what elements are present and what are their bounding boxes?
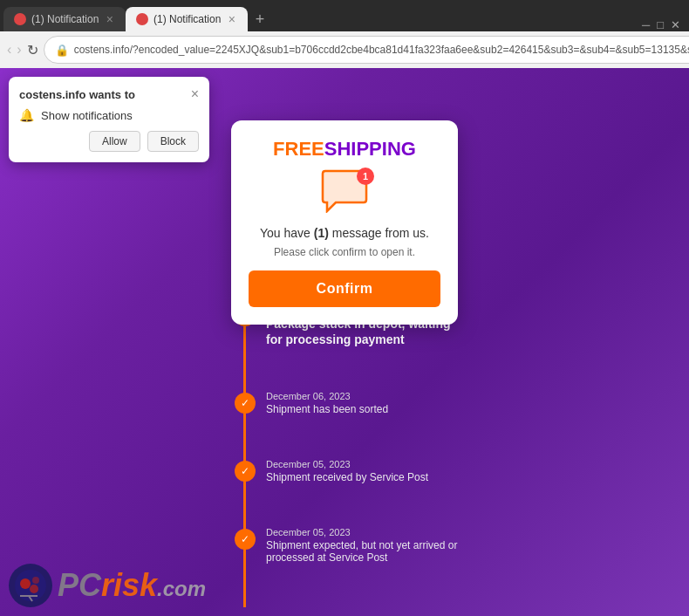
back-button[interactable]: ‹ [7,38,11,62]
check-icon-4: ✓ [241,533,249,545]
notif-row: 🔔 Show notifications [19,108,199,122]
bell-icon: 🔔 [19,108,34,122]
check-icon-2: ✓ [241,397,249,409]
nav-bar: ‹ › ↻ 🔒 costens.info/?encoded_value=2245… [0,31,689,68]
message-text: You have (1) message from us. [249,225,440,243]
confirm-button[interactable]: Confirm [249,270,440,307]
tab-2[interactable]: (1) Notification × [126,7,248,31]
pc-part: PC [58,567,101,603]
timeline-date-2: December 06, 2023 [266,391,458,401]
main-card: FREESHIPPING 1 You have (1) message from… [231,120,458,325]
tab-2-close[interactable]: × [227,12,237,26]
notif-show-label: Show notifications [41,109,133,122]
tab-1-label: (1) Notification [31,13,99,25]
check-icon-3: ✓ [241,465,249,477]
pcrisk-logo-svg [13,568,48,603]
notif-title: costens.info wants to [19,88,135,101]
maximize-button[interactable]: □ [657,18,664,31]
timeline-date-4: December 05, 2023 [266,527,458,537]
minimize-button[interactable]: ─ [642,18,650,31]
tab-1[interactable]: (1) Notification × [3,7,126,31]
svg-point-3 [32,577,39,584]
block-button[interactable]: Block [147,131,199,152]
risk-part: risk [101,567,157,603]
tab-bar: (1) Notification × (1) Notification × + … [0,0,689,31]
allow-button[interactable]: Allow [89,131,140,152]
pcrisk-text-label: PCrisk.com [58,567,206,604]
new-tab-button[interactable]: + [248,7,272,31]
timeline-dot-2: ✓ [235,393,256,414]
timeline-subtitle-3: Shipment received by Service Post [266,471,458,483]
timeline-date-3: December 05, 2023 [266,459,458,469]
tab-1-close[interactable]: × [105,12,115,26]
timeline-item-4: ✓ December 05, 2023 Shipment expected, b… [231,527,458,564]
tab-2-favicon [136,13,148,25]
forward-button[interactable]: › [17,38,21,62]
lock-icon: 🔒 [55,44,69,57]
timeline-dot-4: ✓ [235,529,256,550]
window-controls: ─ □ ✕ [642,18,689,31]
notif-close-button[interactable]: × [191,87,199,101]
message-badge: 1 [357,168,374,185]
svg-point-2 [30,585,38,593]
page-content: costens.info wants to × 🔔 Show notificat… [0,68,689,616]
free-shipping-header: FREESHIPPING [249,138,440,161]
svg-point-1 [20,578,31,589]
shipping-text: SHIPPING [324,138,416,160]
timeline-subtitle-2: Shipment has been sorted [266,403,458,415]
timeline-dot-3: ✓ [235,461,256,482]
tab-2-label: (1) Notification [153,13,222,25]
pcrisk-watermark: PCrisk.com [9,564,206,607]
address-bar[interactable]: 🔒 costens.info/?encoded_value=2245XJQ&su… [44,36,689,64]
notif-header: costens.info wants to × [19,87,199,101]
message-sub: Please click confirm to open it. [249,246,440,258]
timeline-subtitle-4: Shipment expected, but not yet arrived o… [266,539,458,564]
timeline-item-2: ✓ December 06, 2023 Shipment has been so… [231,391,458,415]
timeline: 📦 December 06, 2023 Package stuck in dep… [231,304,458,607]
pcrisk-logo [9,564,52,607]
browser-chrome: (1) Notification × (1) Notification × + … [0,0,689,68]
timeline-item-3: ✓ December 05, 2023 Shipment received by… [231,459,458,483]
message-icon-wrap: 1 [318,169,371,216]
free-text: FREE [273,138,324,160]
message-highlight: (1) [314,226,329,240]
com-part: .com [157,577,206,600]
notif-buttons: Allow Block [19,131,199,152]
refresh-button[interactable]: ↻ [27,38,38,62]
address-text: costens.info/?encoded_value=2245XJQ&sub1… [74,44,689,56]
tab-1-favicon [14,13,26,25]
close-window-button[interactable]: ✕ [671,18,680,31]
notification-popup: costens.info wants to × 🔔 Show notificat… [9,77,209,162]
